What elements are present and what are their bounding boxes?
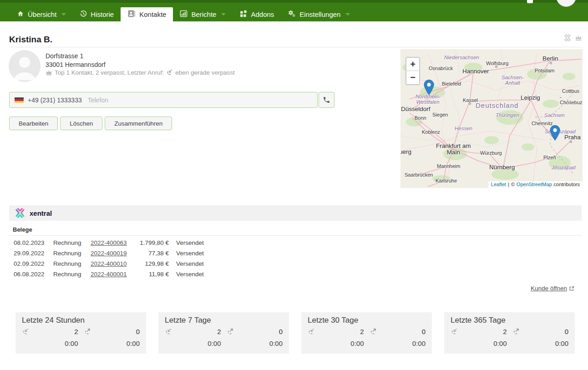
outgoing-call-icon [84,328,91,335]
phone-input[interactable]: +49 (231) 1333333 Telefon [9,92,318,108]
open-customer-link[interactable]: Kunde öffnen [531,285,574,292]
crown-icon [575,35,582,43]
history-icon [80,10,87,19]
tab-historie[interactable]: Historie [73,7,121,21]
contact-avatar [9,50,41,82]
missed-duration: 0:00 [308,340,364,347]
map-label: Hannover [462,68,489,75]
city-dot [469,102,471,105]
xentral-brand-name: xentral [30,209,52,217]
missed-duration: 0:00 [451,340,507,347]
doc-date: 06.08.2022 [14,271,53,278]
edit-button[interactable]: Bearbeiten [9,117,58,130]
tab-einstellungen[interactable]: Einstellungen [281,7,357,21]
map-marker-icon[interactable] [550,125,560,142]
top-navigation-bar: Übersicht Historie [0,0,588,21]
table-row: 29.09.2022 Rechnung 2022-400019 77,38 € … [14,248,204,258]
map-label: Sachsen- Anhalt [502,75,524,86]
chart-icon [180,10,188,19]
openstreetmap-link[interactable]: OpenStreetMap [517,182,552,187]
city-dot [570,141,572,143]
missed-call-icon [165,328,172,335]
outgoing-count: 0 [136,328,140,335]
missed-duration: 0:00 [22,340,78,347]
user-avatar[interactable] [556,0,576,7]
chevron-down-icon [221,13,226,15]
open-customer-label[interactable]: Kunde öffnen [531,285,567,292]
map-label: Koblenz [422,129,440,135]
map-label: Cottbus [562,88,579,94]
dial-button[interactable] [319,92,335,108]
table-row: 06.08.2022 Rechnung 2022-400001 11,98 € … [14,269,204,279]
stats-card-30d: Letzte 30 Tage 2 0 0:00 0:00 [301,312,432,354]
map-label: Mannheim [437,163,460,169]
map-label: Wolfsburg [486,61,508,66]
xentral-header-bar: xentral [9,205,582,221]
map-label: Bonn [415,115,426,121]
table-row: 08.02.2023 Rechnung 2022-400063 1.799,80… [14,238,204,248]
map-label: Hessen [455,126,472,131]
map-label: Niedersachsen [444,55,479,60]
doc-amount: 77,38 € [130,250,169,257]
tab-uebersicht[interactable]: Übersicht [10,7,73,21]
doc-status: Versendet [176,260,204,267]
map-label: Osnabrück [429,66,453,71]
map-label: Karlsruhe [436,178,457,183]
doc-date: 02.09.2022 [14,260,53,267]
notification-icon[interactable] [527,0,533,3]
home-icon [17,10,24,19]
tab-label: Einstellungen [299,10,340,18]
doc-number-link[interactable]: 2022-400063 [91,239,127,246]
leaflet-link[interactable]: Leaflet [491,182,506,187]
missed-count: 2 [74,328,78,335]
attribution-separator: | [508,182,509,187]
doc-amount: 11,98 € [130,271,169,278]
tab-label: Historie [91,10,114,18]
doc-number-link[interactable]: 2022-400010 [91,260,127,267]
zoom-out-button[interactable]: − [406,71,419,84]
phone-number-value: +49 (231) 1333333 [28,96,82,104]
address-street: Dorfstrasse 1 [46,52,106,61]
map-label: Sachsen [544,112,565,118]
outgoing-count: 0 [565,328,568,335]
tab-label: Addons [251,10,274,18]
map-marker-icon[interactable] [424,80,434,96]
contact-map[interactable]: Niedersachsen Wolfsburg Berlin Potsdam O… [400,49,583,188]
missed-call-icon [308,328,315,335]
stats-card-365d: Letzte 365 Tage 2 0 0:00 0:00 [444,312,575,354]
map-label: Siegen [432,112,448,117]
map-label: Leipzig [521,95,540,101]
missed-call-icon [166,69,173,76]
merge-button[interactable]: Zusammenführen [105,117,172,130]
zoom-in-button[interactable]: + [406,58,419,71]
card-title: Letzte 24 Stunden [15,312,146,325]
city-dot [495,66,497,68]
map-label: Nürnberg [489,164,515,171]
doc-number-link[interactable]: 2022-400001 [91,271,127,278]
outgoing-duration: 0:00 [512,340,569,347]
doc-status: Versendet [176,239,204,246]
map-label: Bielefeld [442,81,461,86]
outgoing-call-icon [370,328,377,335]
address-city: 33001 Hermannsdorf [46,61,106,69]
tab-berichte[interactable]: Berichte [173,7,233,21]
attribution-contributors: contributors [554,182,580,187]
map-label: Plzeň [543,155,556,160]
xentral-link-icon[interactable] [563,34,572,44]
doc-status: Versendet [176,271,204,278]
doc-number-link[interactable]: 2022-400019 [91,250,127,257]
missed-count: 2 [360,328,364,335]
doc-amount: 1.799,80 € [130,239,169,246]
map-label: Saarbrücken [405,172,433,177]
card-title: Letzte 365 Tage [444,312,575,325]
tab-addons[interactable]: Addons [233,7,281,21]
map-label: Frankfurt am Main [436,143,471,156]
card-title: Letzte 7 Tage [158,312,289,325]
germany-flag-icon [15,97,24,103]
title-divider [9,47,582,47]
missed-call-icon [451,328,458,335]
gears-icon [288,10,296,19]
tab-kontakte[interactable]: Kontakte [121,7,173,21]
delete-button[interactable]: Löschen [60,117,102,130]
map-label: Düsseldorf [401,106,431,112]
